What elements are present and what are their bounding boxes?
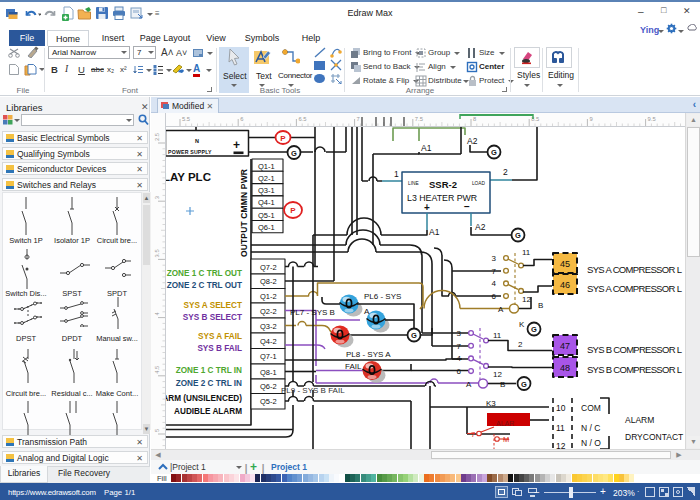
svg-text:SYS A COMPRESSOR L: SYS A COMPRESSOR L [587, 264, 682, 275]
svg-text:AUDIBLE ALARM: AUDIBLE ALARM [174, 407, 242, 416]
svg-text:11: 11 [493, 331, 502, 340]
svg-text:ZONE 2 C TRL IN: ZONE 2 C TRL IN [176, 379, 242, 388]
svg-text:SYS B COMPRESSOR L: SYS B COMPRESSOR L [587, 344, 682, 355]
svg-text:Q6-1: Q6-1 [258, 223, 275, 232]
svg-text:46: 46 [560, 280, 570, 290]
svg-text:LINE: LINE [408, 181, 419, 186]
svg-text:N / C: N / C [581, 423, 600, 433]
svg-text:6.5: 6.5 [298, 116, 306, 122]
svg-text:7: 7 [457, 342, 462, 351]
svg-text:Q2-2: Q2-2 [260, 307, 277, 316]
svg-text:G: G [411, 331, 417, 340]
svg-text:10: 10 [556, 403, 566, 413]
svg-text:4.5: 4.5 [154, 366, 160, 374]
svg-text:SYS A FAIL: SYS A FAIL [198, 332, 242, 341]
svg-text:Q4-1: Q4-1 [258, 198, 275, 207]
svg-text:B: B [538, 301, 543, 310]
svg-text:2: 2 [518, 340, 523, 349]
svg-text:Q3-1: Q3-1 [258, 186, 275, 195]
svg-text:5.5: 5.5 [182, 116, 190, 122]
svg-text:A: A [364, 307, 370, 316]
svg-text:COM: COM [581, 403, 601, 413]
svg-text:SYS A SELECT: SYS A SELECT [183, 301, 242, 310]
svg-text:11: 11 [522, 248, 531, 257]
svg-text:12: 12 [556, 441, 566, 449]
svg-text:Q7-2: Q7-2 [260, 263, 277, 272]
svg-text:ARM (UNSILENCED): ARM (UNSILENCED) [166, 394, 242, 403]
svg-text:3: 3 [154, 196, 160, 199]
svg-text:PL9 - SYS B FAIL: PL9 - SYS B FAIL [281, 386, 345, 395]
svg-text:3.5: 3.5 [154, 249, 160, 257]
svg-text:1: 1 [394, 169, 399, 179]
svg-text:7: 7 [492, 267, 497, 276]
svg-text:7: 7 [471, 430, 475, 439]
svg-text:9: 9 [589, 116, 592, 122]
svg-text:B: B [500, 380, 505, 389]
svg-text:SYS B FAIL: SYS B FAIL [197, 344, 242, 353]
svg-text:Q4-2: Q4-2 [260, 337, 277, 346]
svg-text:A2: A2 [475, 222, 486, 232]
svg-text:A2: A2 [467, 136, 478, 146]
svg-text:PL6 - SYS: PL6 - SYS [364, 292, 401, 301]
svg-text:N: N [195, 138, 199, 144]
svg-text:3: 3 [457, 329, 462, 338]
svg-text:7: 7 [357, 116, 360, 122]
svg-text:48: 48 [560, 363, 570, 373]
svg-text:Q1-2: Q1-2 [260, 292, 277, 301]
svg-text:Q8-1: Q8-1 [260, 368, 277, 377]
svg-text:Q2-1: Q2-1 [258, 174, 275, 183]
svg-text:4: 4 [457, 354, 462, 363]
svg-text:47: 47 [560, 341, 570, 351]
svg-text:POWER SUPPLY: POWER SUPPLY [168, 149, 212, 155]
svg-text:12: 12 [493, 370, 502, 379]
svg-text:PL8 - SYS A: PL8 - SYS A [346, 350, 391, 359]
svg-text:Q5-2: Q5-2 [260, 397, 277, 406]
svg-text:N / O: N / O [581, 438, 601, 448]
svg-text:+: + [233, 138, 240, 152]
svg-text:DRYCONTACT: DRYCONTACT [625, 432, 683, 442]
svg-text:+: + [424, 202, 430, 213]
svg-text:G: G [531, 325, 537, 334]
svg-text:OUTPUT CMMN PWR: OUTPUT CMMN PWR [239, 169, 249, 257]
svg-text:2.5: 2.5 [154, 133, 160, 141]
svg-text:SYS A COMPRESSOR L: SYS A COMPRESSOR L [587, 283, 682, 294]
svg-text:G: G [515, 231, 521, 240]
svg-text:−: − [464, 201, 470, 212]
svg-text:P: P [280, 134, 286, 143]
svg-text:9.5: 9.5 [648, 116, 656, 122]
svg-text:8: 8 [473, 116, 476, 122]
svg-text:M: M [503, 435, 509, 444]
svg-text:ALAR: ALAR [496, 420, 514, 427]
svg-text:6: 6 [492, 292, 497, 301]
svg-text:Q8-2: Q8-2 [260, 277, 277, 286]
svg-text:G: G [291, 149, 297, 158]
svg-text:Q3-2: Q3-2 [260, 322, 277, 331]
svg-text:7.5: 7.5 [415, 116, 423, 122]
svg-text:11: 11 [556, 423, 565, 433]
svg-text:ZONE 2 C TRL OUT: ZONE 2 C TRL OUT [167, 281, 242, 290]
svg-text:P: P [290, 206, 296, 215]
svg-text:Q5-1: Q5-1 [258, 211, 275, 220]
svg-text:A1: A1 [429, 227, 440, 237]
svg-text:FAIL: FAIL [345, 362, 362, 371]
svg-text:Q1-1: Q1-1 [258, 162, 275, 171]
svg-text:SYS B COMPRESSOR L: SYS B COMPRESSOR L [587, 364, 682, 375]
svg-text:SYS B SELECT: SYS B SELECT [183, 313, 242, 322]
svg-text:4: 4 [492, 279, 497, 288]
svg-text:LAY PLC: LAY PLC [166, 171, 211, 183]
svg-text:K3: K3 [486, 399, 496, 408]
svg-text:3: 3 [492, 254, 497, 263]
svg-text:G: G [521, 380, 527, 389]
svg-text:Q6-2: Q6-2 [260, 382, 277, 391]
svg-text:K: K [519, 320, 525, 329]
svg-text:5: 5 [154, 429, 160, 432]
svg-text:A: A [498, 305, 504, 314]
svg-text:Q7-1: Q7-1 [260, 352, 277, 361]
svg-text:12: 12 [522, 295, 531, 304]
svg-text:G: G [491, 148, 497, 157]
svg-text:ZONE 1 C TRL OUT: ZONE 1 C TRL OUT [167, 269, 242, 278]
svg-text:ZONE 1 C TRL IN: ZONE 1 C TRL IN [176, 366, 242, 375]
svg-text:PL7 - SYS B: PL7 - SYS B [290, 308, 335, 317]
svg-text:ALARM: ALARM [625, 415, 654, 425]
svg-text:A: A [466, 380, 472, 389]
